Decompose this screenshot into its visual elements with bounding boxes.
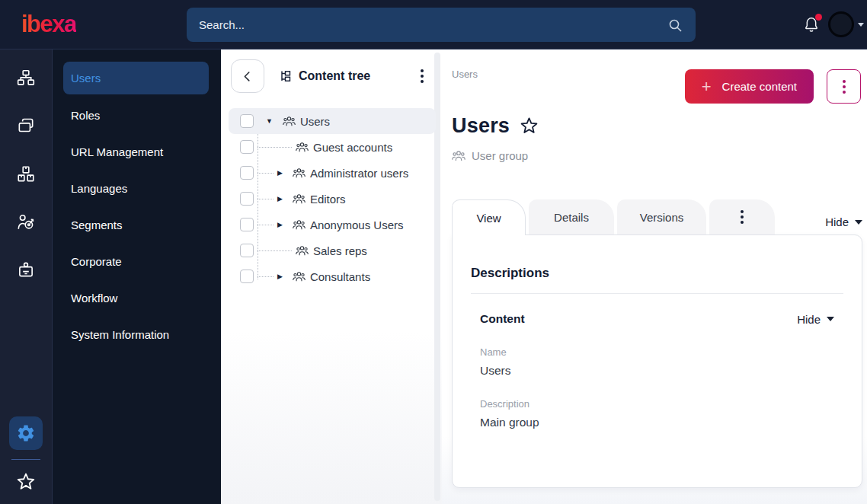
hide-group-toggle[interactable]: Hide [797,313,834,326]
audience-icon[interactable] [15,212,37,233]
tab-details[interactable]: Details [529,199,614,234]
notifications-button[interactable] [803,15,821,35]
checkbox[interactable] [240,244,254,257]
breadcrumb[interactable]: Users [452,69,478,80]
avatar[interactable] [828,11,854,37]
collapse-tree-button[interactable] [231,59,264,93]
tab-label: Versions [640,211,684,224]
sitemap-icon[interactable] [15,68,37,89]
sidebar-item-system-information[interactable]: System Information [53,316,221,352]
search-placeholder: Search... [199,18,667,31]
tree-header: Content tree [221,49,442,103]
tab-more-options[interactable] [709,199,775,234]
checkbox[interactable] [240,140,254,154]
expand-closed-icon[interactable]: ▶ [277,273,283,280]
title-row: Users [452,114,539,138]
checkbox[interactable] [240,270,254,283]
products-icon[interactable] [15,164,37,185]
page-title: Users [452,114,510,138]
checkbox[interactable] [240,114,254,128]
sidebar-item-corporate[interactable]: Corporate [53,243,221,279]
content-type-row: User group [452,149,528,162]
field-name: Name Users [480,346,834,378]
content-group: Content Hide Name Users Description Main… [471,312,843,429]
checkbox[interactable] [240,166,254,180]
expand-closed-icon[interactable]: ▶ [277,169,283,177]
tab-versions[interactable]: Versions [617,199,706,234]
view-tab-panel: Descriptions Content Hide Name Users [452,234,862,488]
tree-branch-line [258,199,274,199]
hide-panel-toggle[interactable]: Hide [825,215,862,228]
hide-label: Hide [825,215,849,228]
checkbox[interactable] [240,192,254,206]
user-group-icon [293,167,306,178]
tree-list: ▼ Users [221,108,442,289]
topbar: ibexa Search... [0,0,867,49]
pages-icon[interactable] [15,116,37,137]
content-options-button[interactable] [827,69,861,104]
favorite-star-icon[interactable] [519,116,539,136]
kebab-icon [838,75,850,98]
caret-down-icon [855,220,862,225]
tree-item-administrator-users[interactable]: ▶ Administrator users [229,160,436,186]
checkbox[interactable] [240,218,254,231]
user-group-icon [293,271,306,282]
create-content-button[interactable]: + Create content [685,69,814,104]
tree-item-anonymous-users[interactable]: ▶ Anonymous Users [229,212,436,238]
tree-branch-line [258,173,274,174]
tab-label: View [476,212,501,225]
tab-view[interactable]: View [452,199,526,235]
chevron-left-icon [241,69,254,83]
rail-bottom [9,416,43,493]
hide-label: Hide [797,313,821,326]
sidebar-item-languages[interactable]: Languages [53,170,221,206]
expand-closed-icon[interactable]: ▶ [277,221,283,228]
tree-branch-line [258,276,274,277]
field-value: Users [480,364,834,378]
content-group-heading: Content [480,312,525,326]
user-group-icon [296,245,309,256]
tree-item-label: Sales reps [313,244,367,257]
kebab-icon [736,206,748,228]
section-divider [471,293,843,294]
caret-down-icon [827,317,834,321]
main-content: Users + Create content Users [442,49,867,504]
tree-item-guest-accounts[interactable]: Guest accounts [229,134,436,160]
tree-branch-line [258,147,292,148]
tree-branch-line [258,225,274,225]
field-label: Description [480,398,834,410]
ibexa-logo[interactable]: ibexa [21,11,76,38]
plus-icon: + [702,78,712,95]
sidebar-item-roles[interactable]: Roles [53,97,221,133]
tree-item-editors[interactable]: ▶ Editors [229,186,436,212]
search-input[interactable]: Search... [187,8,696,42]
admin-settings-button[interactable] [9,416,43,450]
content-type-label: User group [472,149,528,162]
user-group-icon [283,116,296,126]
tree-item-label: Administrator users [310,167,408,180]
admin-menu: Users Roles URL Management Languages Seg… [53,49,221,504]
app-body: Users Roles URL Management Languages Seg… [0,49,867,504]
user-group-icon [293,193,306,204]
user-group-icon [296,142,309,152]
tree-item-sales-reps[interactable]: Sales reps [229,238,436,263]
tree-options-button[interactable] [416,65,428,88]
search-icon[interactable] [667,17,683,33]
sidebar-item-users[interactable]: Users [63,62,209,94]
sidebar-item-url-management[interactable]: URL Management [53,133,221,170]
badge-icon[interactable] [15,260,37,281]
user-menu-caret-icon[interactable] [858,23,864,27]
tree-item-label: Editors [310,193,346,206]
tree-item-label: Consultants [310,270,370,283]
sidebar-item-segments[interactable]: Segments [53,206,221,243]
header-actions: + Create content [685,69,861,104]
expand-closed-icon[interactable]: ▶ [277,195,283,203]
content-tree-icon [279,69,293,83]
field-value: Main group [480,416,834,429]
bookmarks-button[interactable] [14,471,37,493]
tree-item-users[interactable]: ▼ Users [229,108,436,134]
sidebar-item-workflow[interactable]: Workflow [53,279,221,316]
tree-item-consultants[interactable]: ▶ Consultants [229,263,436,289]
field-label: Name [480,346,834,358]
expand-open-icon[interactable]: ▼ [266,117,273,125]
